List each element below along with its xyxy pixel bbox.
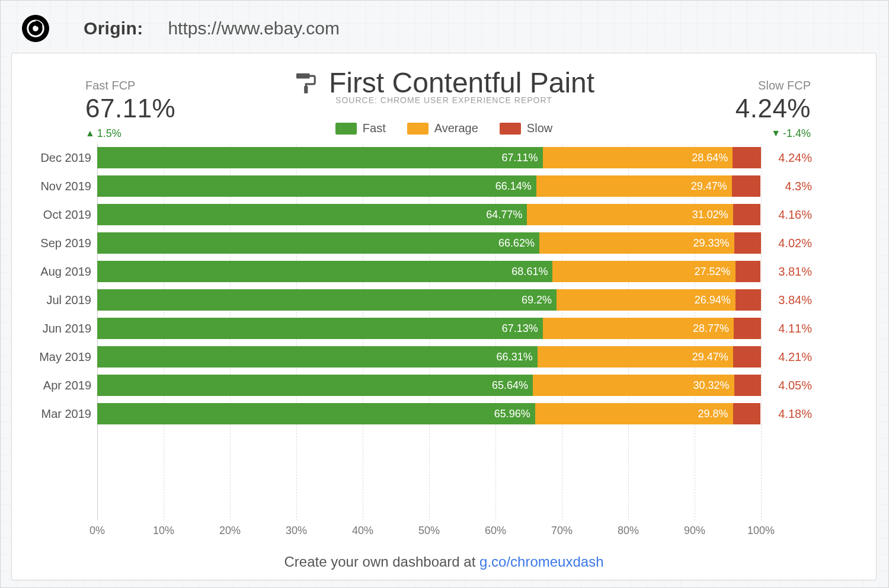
- stacked-bar: 69.2%26.94%: [97, 289, 761, 311]
- table-row: Apr 201965.64%30.32%4.05%: [97, 375, 761, 396]
- xaxis-tick-label: 50%: [418, 525, 440, 537]
- bar-segment-fast: 67.11%: [97, 147, 543, 168]
- row-category-label: Jun 2019: [32, 322, 91, 335]
- footer-prefix: Create your own dashboard at: [284, 554, 480, 570]
- stacked-bar: 65.64%30.32%: [97, 375, 761, 396]
- top-bar: Origin: https://www.ebay.com: [1, 1, 888, 53]
- stacked-bar: 66.62%29.33%: [97, 232, 761, 254]
- bar-segment-average: 31.02%: [527, 204, 733, 225]
- bar-segment-fast: 66.31%: [97, 346, 538, 368]
- table-row: Oct 201964.77%31.02%4.16%: [97, 204, 761, 225]
- stacked-bar: 65.96%29.8%: [97, 403, 761, 424]
- legend-label-average: Average: [434, 122, 478, 135]
- footer-link[interactable]: g.co/chromeuxdash: [479, 554, 603, 570]
- stacked-bar: 66.14%29.47%: [97, 175, 761, 197]
- bar-segment-fast: 64.77%: [97, 204, 527, 225]
- bar-segment-fast: 66.14%: [97, 175, 536, 197]
- table-row: Mar 201965.96%29.8%4.18%: [97, 403, 761, 424]
- bar-segment-fast: 65.64%: [97, 375, 533, 396]
- row-slow-label: 3.81%: [778, 265, 812, 279]
- row-slow-label: 4.02%: [778, 237, 812, 250]
- row-slow-label: 4.18%: [778, 407, 812, 421]
- kpi-fast-value: 67.11%: [85, 94, 175, 124]
- table-row: Sep 201966.62%29.33%4.02%: [97, 232, 761, 254]
- bar-segment-slow: [733, 346, 761, 368]
- bar-segment-fast: 67.13%: [97, 318, 543, 339]
- legend-swatch-slow: [500, 123, 521, 135]
- bar-segment-average: 26.94%: [557, 289, 735, 311]
- table-row: Aug 201968.61%27.52%3.81%: [97, 261, 761, 282]
- origin-url: https://www.ebay.com: [168, 18, 340, 39]
- page-wrapper: Origin: https://www.ebay.com First Conte…: [0, 0, 889, 588]
- bar-segment-average: 27.52%: [552, 261, 735, 282]
- legend-item-average: Average: [407, 122, 478, 135]
- stacked-bar: 64.77%31.02%: [97, 204, 761, 225]
- row-slow-label: 4.3%: [785, 180, 812, 193]
- xaxis-tick-label: 80%: [618, 525, 639, 537]
- legend-label-slow: Slow: [527, 122, 552, 135]
- legend-item-slow: Slow: [500, 122, 552, 135]
- report-card: First Contentful Paint SOURCE: CHROME US…: [11, 53, 877, 580]
- legend-label-fast: Fast: [363, 122, 386, 135]
- bar-segment-slow: [734, 232, 761, 254]
- xaxis-tick-label: 30%: [286, 525, 307, 537]
- bar-segment-average: 28.77%: [543, 318, 734, 339]
- bar-segment-fast: 69.2%: [97, 289, 557, 311]
- bar-segment-slow: [733, 147, 760, 168]
- bar-segment-average: 29.47%: [538, 346, 733, 368]
- stacked-bar: 67.13%28.77%: [97, 318, 761, 339]
- row-category-label: Apr 2019: [32, 379, 91, 392]
- row-slow-label: 4.05%: [778, 379, 812, 392]
- table-row: Nov 201966.14%29.47%4.3%: [97, 175, 761, 197]
- chart-legend: Fast Average Slow: [26, 122, 862, 135]
- row-category-label: Aug 2019: [32, 265, 91, 279]
- bar-segment-average: 29.47%: [536, 175, 732, 197]
- row-slow-label: 3.84%: [778, 293, 812, 307]
- legend-swatch-average: [407, 123, 428, 135]
- origin-label: Origin:: [84, 18, 143, 39]
- row-slow-label: 4.24%: [778, 151, 812, 165]
- chart-rows: Dec 201967.11%28.64%4.24%Nov 201966.14%2…: [97, 143, 761, 520]
- gridline: [761, 143, 762, 520]
- row-category-label: Jul 2019: [32, 293, 91, 307]
- svg-rect-2: [296, 73, 310, 78]
- row-category-label: Sep 2019: [32, 237, 91, 250]
- bar-segment-fast: 68.61%: [97, 261, 552, 282]
- chrome-icon: [22, 15, 49, 42]
- kpi-slow-value: 4.24%: [735, 94, 811, 124]
- xaxis-tick-label: 20%: [219, 525, 241, 537]
- row-category-label: Dec 2019: [32, 151, 91, 165]
- bar-segment-slow: [732, 175, 760, 197]
- xaxis-tick-label: 60%: [485, 525, 506, 537]
- table-row: Dec 201967.11%28.64%4.24%: [97, 147, 761, 168]
- table-row: Jun 201967.13%28.77%4.11%: [97, 318, 761, 339]
- legend-item-fast: Fast: [335, 122, 386, 135]
- row-category-label: Nov 2019: [32, 180, 91, 193]
- table-row: Jul 201969.2%26.94%3.84%: [97, 289, 761, 311]
- xaxis-tick-label: 90%: [684, 525, 705, 537]
- kpi-fast-label: Fast FCP: [85, 79, 175, 92]
- bar-segment-slow: [733, 403, 761, 424]
- xaxis-tick-label: 40%: [352, 525, 373, 537]
- bar-segment-slow: [734, 375, 761, 396]
- stacked-bar: 68.61%27.52%: [97, 261, 761, 282]
- bar-segment-average: 29.8%: [535, 403, 733, 424]
- bar-segment-slow: [735, 261, 761, 282]
- bar-segment-average: 28.64%: [543, 147, 733, 168]
- bar-segment-average: 30.32%: [533, 375, 734, 396]
- kpi-slow-label: Slow FCP: [758, 79, 811, 92]
- chart-area: 0%10%20%30%40%50%60%70%80%90%100% Dec 20…: [26, 143, 862, 548]
- table-row: May 201966.31%29.47%4.21%: [97, 346, 761, 368]
- stacked-bar: 66.31%29.47%: [97, 346, 761, 368]
- row-slow-label: 4.16%: [778, 208, 812, 222]
- xaxis-tick-label: 10%: [153, 525, 174, 537]
- xaxis-tick-label: 70%: [551, 525, 573, 537]
- bar-segment-fast: 66.62%: [97, 232, 539, 254]
- stacked-bar: 67.11%28.64%: [97, 147, 761, 168]
- row-category-label: Oct 2019: [32, 208, 91, 222]
- footer-text: Create your own dashboard at g.co/chrome…: [26, 548, 862, 574]
- bar-segment-average: 29.33%: [539, 232, 734, 254]
- bar-segment-fast: 65.96%: [97, 403, 535, 424]
- legend-swatch-fast: [335, 123, 357, 135]
- row-slow-label: 4.21%: [778, 350, 812, 364]
